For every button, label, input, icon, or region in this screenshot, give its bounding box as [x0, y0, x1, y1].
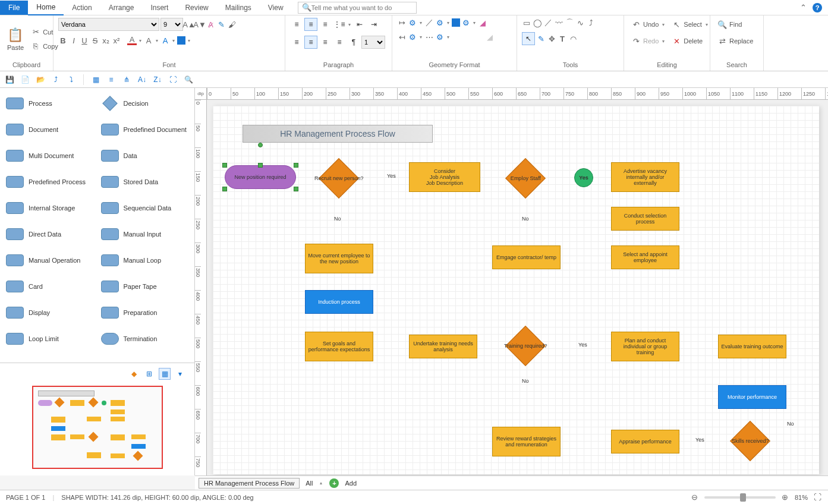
font-color-dd[interactable]: ▾ [138, 38, 143, 43]
node-selection[interactable]: Conduct selection process [611, 207, 679, 231]
tab-mailings[interactable]: Mailings [217, 1, 260, 15]
find-button[interactable]: 🔍Find [715, 18, 744, 31]
sel-handle[interactable] [294, 163, 298, 168]
line-tool-icon[interactable]: ／ [543, 18, 553, 27]
shape-fill-dd[interactable]: ▾ [187, 38, 191, 43]
gear-dd-2[interactable]: ▾ [446, 20, 451, 26]
align-center-icon[interactable]: ≡ [304, 36, 317, 49]
node-contractor[interactable]: Emgage contractor/ temp [492, 245, 561, 269]
polyline-tool-icon[interactable]: 〰 [554, 18, 563, 27]
shape-fill-icon[interactable] [177, 36, 185, 45]
superscript-icon[interactable]: x² [112, 36, 121, 45]
edit-tool-icon[interactable]: ✎ [536, 34, 546, 43]
text-outline-dd[interactable]: ▾ [155, 38, 159, 43]
text-fill-icon[interactable]: A [160, 36, 170, 45]
import-icon[interactable]: ⤵ [65, 74, 77, 86]
tab-insert[interactable]: Insert [142, 1, 177, 15]
tab-view[interactable]: View [260, 1, 292, 15]
align-right-icon[interactable]: ≡ [319, 36, 332, 49]
tell-me-search[interactable]: 🔍 [298, 2, 417, 14]
line-style-icon[interactable]: ／ [424, 18, 434, 27]
align-bottom-icon[interactable]: ≡ [319, 18, 332, 31]
node-consider[interactable]: Consider Job Analysis Job Description [409, 162, 480, 192]
tab-review[interactable]: Review [177, 1, 216, 15]
line-begin-icon[interactable]: ↦ [397, 18, 407, 27]
fill-square-icon[interactable] [452, 18, 460, 27]
page-thumbnail[interactable] [32, 386, 163, 469]
shape-item[interactable]: Multi Document [4, 144, 96, 168]
collapse-ribbon-icon[interactable]: ⌃ [798, 3, 808, 12]
sel-handle[interactable] [222, 187, 227, 191]
clear-formatting-icon[interactable]: A̷ [206, 20, 215, 29]
subscript-icon[interactable]: x₂ [101, 36, 111, 45]
shape-item[interactable]: Loop Limit [4, 327, 96, 351]
gear-icon-4[interactable]: ⚙ [408, 32, 417, 42]
node-select-appoint[interactable]: Select and appoint employee [611, 245, 679, 269]
shape-item[interactable]: Document [4, 118, 96, 141]
shape-item[interactable]: Sequencial Data [99, 196, 191, 220]
node-move-employee[interactable]: Move current employee to the new positio… [305, 244, 373, 273]
text-outline-icon[interactable]: A [144, 36, 153, 45]
redo-dd[interactable]: ▾ [661, 39, 666, 44]
bullets-icon[interactable]: ⋮≡ [333, 18, 346, 31]
sel-handle[interactable] [222, 163, 227, 168]
line-end-icon[interactable]: ↤ [397, 32, 407, 42]
node-training-needs[interactable]: Undertake training needs analysis [409, 335, 477, 358]
connector-tool-icon[interactable]: ⤴ [586, 18, 596, 27]
shape-item[interactable]: Internal Storage [4, 196, 96, 220]
shape-item[interactable]: Predefined Process [4, 170, 96, 194]
gear-icon-2[interactable]: ⚙ [435, 18, 445, 27]
tell-me-input[interactable] [311, 4, 413, 11]
shape-item[interactable]: Card [4, 275, 96, 298]
bold-icon[interactable]: B [58, 36, 68, 45]
italic-icon[interactable]: I [69, 36, 78, 45]
pointer-tool-icon[interactable]: ↖ [522, 32, 535, 45]
thumb-tool-1-icon[interactable]: ◆ [128, 368, 140, 380]
undo-dd[interactable]: ▾ [661, 22, 666, 27]
shrink-font-icon[interactable]: A▼ [195, 20, 204, 29]
shape-item[interactable]: Stored Data [99, 170, 191, 194]
ellipse-tool-icon[interactable]: ◯ [533, 18, 542, 27]
tab-home[interactable]: Home [28, 0, 64, 15]
arc-tool-icon[interactable]: ⌒ [565, 18, 574, 27]
node-set-goals[interactable]: Set goals and performance expectations [305, 332, 373, 361]
replace-button[interactable]: ⇄Replace [715, 34, 755, 48]
node-new-position[interactable]: New position required [225, 165, 296, 189]
canvas-area[interactable]: dip 050100150200250300350400450500550600… [195, 88, 828, 475]
gear-dd-1[interactable]: ▾ [418, 20, 423, 26]
node-skills-received[interactable]: Skills received? [730, 421, 770, 461]
thumb-tool-dd-icon[interactable]: ▾ [174, 368, 186, 380]
tab-action[interactable]: Action [64, 1, 100, 15]
redo-button[interactable]: ↷Redo▾ [629, 34, 668, 48]
sort-desc-icon[interactable]: Z↓ [152, 74, 163, 86]
grid-icon[interactable]: ▦ [90, 74, 102, 86]
node-plan-training[interactable]: Plan and conduct individual or group tra… [611, 332, 679, 361]
zoom-icon[interactable]: 🔍 [182, 74, 194, 86]
shape-item[interactable]: Manual Input [99, 222, 191, 246]
format-painter-icon[interactable]: 🖌 [227, 20, 237, 29]
align-left-icon[interactable]: ≡ [290, 36, 303, 49]
tab-arrange[interactable]: Arrange [100, 1, 143, 15]
gear-dd-5[interactable]: ▾ [446, 34, 451, 40]
node-appraise[interactable]: Appraise performance [611, 430, 679, 453]
sort-asc-icon[interactable]: A↓ [136, 74, 148, 86]
sel-handle[interactable] [294, 187, 298, 191]
shape-item[interactable]: Data [99, 144, 191, 168]
pan-tool-icon[interactable]: ✥ [547, 34, 556, 43]
select-button[interactable]: ↖Select▾ [669, 18, 711, 31]
font-color-icon[interactable]: A [127, 36, 137, 45]
dash-style-icon[interactable]: ⋯ [424, 32, 434, 42]
font-size-select[interactable]: 9 [160, 18, 183, 31]
gear-icon[interactable]: ⚙ [408, 18, 417, 27]
bullets-dd[interactable]: ▾ [347, 22, 352, 27]
thumb-tool-2-icon[interactable]: ⊞ [143, 368, 155, 380]
shape-item[interactable]: Preparation [99, 301, 191, 325]
help-icon[interactable]: ? [813, 3, 822, 12]
thumb-tool-3-icon[interactable]: ▦ [159, 368, 171, 380]
paste-button[interactable]: 📋 Paste [5, 25, 26, 53]
list-icon[interactable]: ≡ [105, 74, 117, 86]
rect-tool-icon[interactable]: ▭ [522, 18, 531, 27]
node-recruit-decision[interactable]: Recruit new person? [319, 158, 359, 199]
node-employ-staff[interactable]: Employ Staff [505, 158, 546, 199]
canvas-page[interactable]: HR Management Process Flow New position … [213, 106, 819, 474]
